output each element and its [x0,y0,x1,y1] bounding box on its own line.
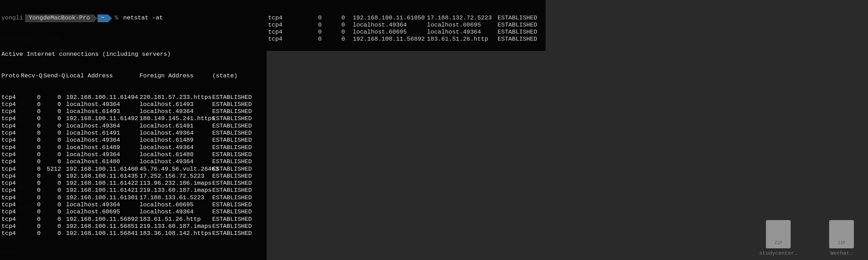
table-row: tcp400localhost.49364localhost.60695ESTA… [1,201,265,208]
table-row: tcp400localhost.49364localhost.61491ESTA… [1,123,265,130]
table-row: tcp400192.168.100.11.56841183.36.108.142… [1,230,265,237]
table-row: tcp400localhost.49364localhost.61480ESTA… [1,151,265,158]
table-row: tcp400localhost.61493localhost.49364ESTA… [1,108,265,115]
table-row: tcp400192.168.100.11.6130117.188.133.61.… [1,194,265,201]
prompt-symbol: % [112,14,121,22]
command-text: netstat -at [121,14,163,22]
table-row: tcp400localhost.49364localhost.61493ESTA… [1,101,265,108]
table-row: tcp400localhost.49364localhost.61489ESTA… [1,137,265,144]
table-row: tcp400192.168.100.11.61421219.133.60.187… [1,187,265,194]
table-row: tcp400localhost.61489localhost.49364ESTA… [1,144,265,151]
table-row: tcp400192.168.100.11.6143517.252.156.72.… [1,173,265,180]
terminal-window[interactable]: yongli YongdeMacBook-Pro ~ % netstat -at… [0,0,267,260]
table-row: tcp400192.168.100.11.61422113.96.232.106… [1,180,265,187]
table-row: tcp400192.168.100.11.56892183.61.51.26.h… [268,36,544,43]
table-row: tcp400192.168.100.11.61492180.149.145.24… [1,115,265,122]
file-label: studycenter… [759,250,797,256]
prompt-host: YongdeMacBook-Pro [25,14,93,22]
column-headers: ProtoRecv-QSend-QLocal AddressForeign Ad… [1,72,265,79]
table-row: tcp400localhost.49364localhost.60695ESTA… [268,22,544,29]
file-icon: Wechat… [829,220,854,256]
table-row: tcp400192.168.100.11.6105017.188.132.72.… [268,14,544,22]
table-row: tcp400192.168.100.11.56851219.133.60.187… [1,223,265,230]
table-row: tcp400localhost.61480localhost.49364ESTA… [1,158,265,165]
table-row: tcp400192.168.100.11.61494220.181.57.233… [1,94,265,101]
table-row: tcp405212192.168.100.11.6146045.76.49.56… [1,166,265,173]
prompt-user: yongli [0,14,25,22]
output-header: Active Internet connections (including s… [1,51,265,58]
prompt-line: yongli YongdeMacBook-Pro ~ % netstat -at [0,14,267,22]
terminal-window-secondary[interactable]: tcp400192.168.100.11.6105017.188.132.72.… [267,0,546,51]
file-icon: studycenter… [759,220,797,256]
table-row: tcp400192.168.100.11.56892183.61.51.26.h… [1,216,265,223]
prompt-path: ~ [97,14,108,22]
file-label: Wechat… [830,250,852,256]
background-file-icons: studycenter… Wechat… [759,220,854,256]
table-row: tcp400localhost.60695localhost.49364ESTA… [1,208,265,215]
table-row: tcp400localhost.60695localhost.49364ESTA… [268,29,544,36]
table-row: tcp400localhost.61491localhost.49364ESTA… [1,130,265,137]
